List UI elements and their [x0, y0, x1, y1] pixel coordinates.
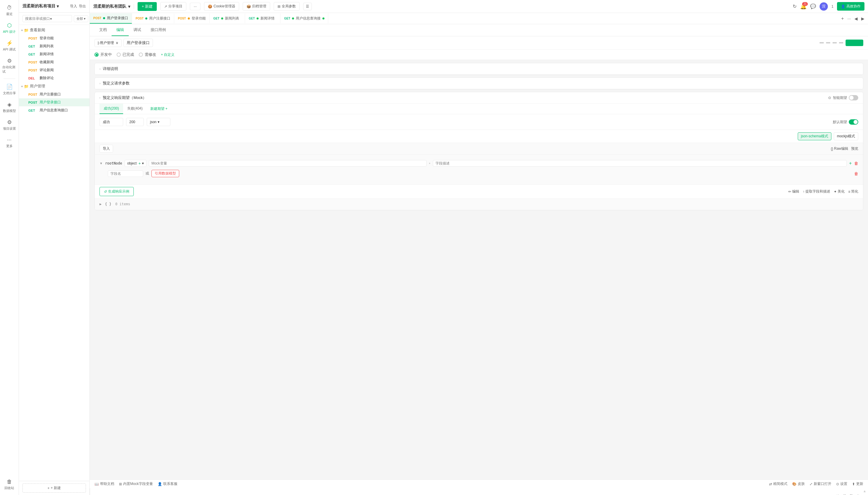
chevron-mock[interactable]: ›	[98, 97, 102, 98]
tab-news-detail[interactable]: GET 新闻详情	[245, 14, 280, 23]
simple-mode-btn[interactable]: ⇄ 精简模式	[769, 481, 787, 487]
resp-name-input[interactable]	[100, 118, 123, 126]
search-filter-btn[interactable]: 全部 ▾	[74, 15, 88, 22]
more-options-btn[interactable]: ···	[190, 3, 201, 10]
help-doc-btn[interactable]: 📖 帮助文档	[94, 481, 114, 487]
tab-debug[interactable]: 调试	[129, 24, 146, 36]
json-schema-btn[interactable]: json-schema模式	[798, 132, 831, 140]
tab-user-info[interactable]: GET 用户信息查询接	[280, 14, 328, 23]
share-project-btn[interactable]: ↗ 分享项目	[160, 2, 186, 11]
nav-project-settings[interactable]: ⚙ 项目设置	[1, 117, 18, 133]
section-detail-header[interactable]: › 详细说明	[95, 63, 863, 75]
new-window-btn[interactable]: ⤢ 新窗口打开	[810, 481, 831, 487]
archive-manager-btn[interactable]: 📦 归档管理	[243, 2, 270, 11]
nav-doc-share[interactable]: 📄 文档分享	[1, 81, 18, 98]
custom-status-btn[interactable]: + 自定义	[161, 52, 174, 57]
tree-item-user-register[interactable]: POST 用户注册接口	[19, 90, 89, 98]
notification-btn[interactable]: 🔔 21	[800, 3, 806, 10]
status-completed[interactable]: 已完成	[117, 52, 134, 57]
import-button[interactable]: 导入	[100, 145, 113, 153]
default-toggle-switch[interactable]	[849, 119, 858, 125]
nav-recent[interactable]: ⏱ 最近	[1, 2, 18, 19]
import-btn[interactable]: 导入	[70, 4, 77, 9]
tree-item-comment-news[interactable]: POST 评论新闻	[19, 66, 89, 74]
tree-item-user-info[interactable]: GET 用户信息查询接口	[19, 106, 89, 114]
ref-data-model-btn[interactable]: 引用数据模型	[152, 170, 179, 177]
tree-item-user-login[interactable]: POST 用户登录接口	[19, 98, 89, 106]
root-add-btn[interactable]: +	[849, 161, 852, 166]
tree-item-del-comment[interactable]: DEL 删除评论	[19, 74, 89, 82]
mockjs-btn[interactable]: mockjs模式	[834, 132, 858, 140]
field-name-input[interactable]	[108, 170, 143, 177]
collapse-icon[interactable]: ▬	[826, 39, 830, 46]
export-btn[interactable]: 导出	[79, 4, 86, 9]
cookie-manager-btn[interactable]: 🍪 Cookie管理器	[204, 2, 239, 11]
right-sidebar-collapse[interactable]: « 字 段 描 述	[90, 488, 868, 495]
tab-cases[interactable]: 接口用例	[146, 24, 171, 36]
update-btn[interactable]: ⬆ 更新	[852, 481, 863, 487]
tab-doc[interactable]: 文档	[94, 24, 111, 36]
add-tab-btn[interactable]: +	[840, 16, 845, 21]
nav-auto-test[interactable]: ⚙ 自动化测试	[1, 55, 18, 76]
skin-btn[interactable]: 🎨 皮肤	[792, 481, 805, 487]
nav-recycle-bin[interactable]: 🗑 回收站	[1, 476, 18, 493]
tree-group-news[interactable]: ▾ 📁 查看新闻	[19, 26, 89, 34]
contact-support-btn[interactable]: 👤 联系客服	[158, 481, 177, 487]
resp-code-input[interactable]	[126, 118, 144, 126]
simplify-btn[interactable]: ≡ 简化	[848, 189, 858, 194]
nav-api-design[interactable]: ⬡ API 设计	[1, 20, 18, 36]
tab-prev-btn[interactable]: ◀	[853, 16, 859, 21]
tab-edit[interactable]: 编辑	[111, 24, 129, 36]
tab-next-btn[interactable]: ▶	[860, 16, 866, 21]
json-expand-btn[interactable]: ▶	[100, 202, 102, 206]
nav-api-debug[interactable]: ⚡ API 调试	[1, 37, 18, 54]
resp-format-select[interactable]: json ▾	[147, 118, 170, 126]
tree-item-news-detail[interactable]: GET 新闻详情	[19, 50, 89, 58]
global-params-btn[interactable]: ⊞ 全局参数	[274, 2, 300, 11]
root-type-select[interactable]: object + ▾	[125, 160, 146, 167]
tree-item-login-func[interactable]: POST 登录功能	[19, 34, 89, 42]
nav-more[interactable]: ··· 更多	[1, 134, 18, 151]
team-name[interactable]: 涅柔斯的私有团队 ▾	[93, 4, 130, 9]
section-request-header[interactable]: › 预定义请求参数	[95, 78, 863, 89]
field-del-btn[interactable]: 🗑	[854, 171, 858, 176]
preview-btn[interactable]: 预览	[851, 146, 858, 151]
mock-vars-btn[interactable]: ⊞ 内置Mock字段变量	[119, 481, 153, 487]
expand-right-icon[interactable]: ▬	[820, 39, 824, 46]
tree-item-collect-news[interactable]: POST 收藏新闻	[19, 58, 89, 66]
tab-user-login[interactable]: POST 用户登录接口	[90, 13, 132, 23]
message-btn[interactable]: 💬	[810, 3, 816, 9]
settings-btn[interactable]: ⊙ 设置	[836, 481, 847, 487]
avatar[interactable]: 涅	[820, 2, 828, 11]
tree-group-user[interactable]: ▾ 📁 用户管理	[19, 82, 89, 90]
beautify-btn[interactable]: ✦ 美化	[834, 189, 845, 194]
edit-action-btn[interactable]: ✏ 编辑	[788, 189, 799, 194]
collab-btn[interactable]: 👤 高效协作	[837, 2, 865, 11]
tab-login-func[interactable]: POST 登录功能	[174, 14, 210, 23]
root-expand-btn[interactable]: ▼	[100, 161, 103, 165]
root-desc-input[interactable]	[433, 160, 847, 167]
generate-example-btn[interactable]: ↺ 生成响应示例	[100, 187, 134, 196]
more-action-icon[interactable]: ▬	[839, 39, 843, 46]
root-del-btn[interactable]: 🗑	[854, 161, 858, 166]
status-developing[interactable]: 开发中	[94, 52, 112, 57]
tab-more-btn[interactable]: ···	[846, 16, 852, 21]
root-mock-input[interactable]	[149, 160, 427, 167]
expand-icon[interactable]: ▬	[833, 39, 837, 46]
tree-item-news-list[interactable]: GET 新闻列表	[19, 42, 89, 50]
category-select[interactable]: |-用户管理 ∨	[94, 39, 122, 47]
response-tab-success[interactable]: 成功(200)	[100, 104, 123, 114]
refresh-btn[interactable]: ↻	[793, 3, 797, 9]
smart-toggle[interactable]	[849, 95, 858, 100]
new-expect-btn[interactable]: 新建期望 +	[147, 104, 171, 114]
search-input[interactable]	[22, 15, 72, 22]
status-needs-revision[interactable]: 需修改	[139, 52, 156, 57]
project-name[interactable]: 涅柔斯的私有项目 ▾	[22, 3, 59, 9]
menu-btn[interactable]: ☰	[303, 3, 312, 10]
response-tab-failure[interactable]: 失败(404)	[123, 104, 147, 114]
nav-data-model[interactable]: ◈ 数据模型	[1, 99, 18, 116]
tab-user-register[interactable]: POST 用户注册接口	[132, 14, 174, 23]
new-button[interactable]: + 新建	[138, 2, 157, 11]
root-dot-btn[interactable]: •	[429, 161, 431, 166]
tab-news-list[interactable]: GET 新闻列表	[210, 14, 245, 23]
